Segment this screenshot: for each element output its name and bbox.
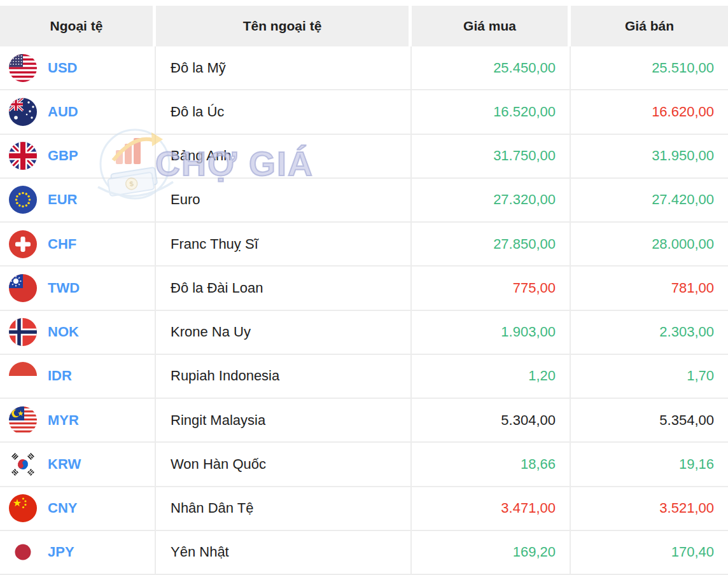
currency-code-link[interactable]: CNY: [48, 500, 77, 516]
sell-price-cell: 16.620,00: [571, 90, 728, 133]
buy-price: 31.750,00: [493, 148, 556, 164]
currency-name-cell: Yên Nhật: [156, 531, 412, 574]
table-row: NOK Krone Na Uy 1.903,00 2.303,00: [0, 311, 728, 355]
sell-price: 3.521,00: [659, 500, 714, 516]
currency-code-link[interactable]: KRW: [48, 456, 81, 473]
table-row: KRW Won Hàn Quốc 18,66 19,16: [0, 443, 728, 487]
currency-name: Rupiah Indonesia: [171, 368, 279, 384]
currency-name-cell: Won Hàn Quốc: [156, 443, 412, 485]
sell-price: 1,70: [687, 368, 714, 384]
table-row: GBP Bảng Anh 31.750,00 31.950,00: [0, 135, 728, 179]
buy-price-cell: 1.903,00: [412, 311, 571, 354]
buy-price: 775,00: [513, 280, 556, 296]
currency-code-link[interactable]: NOK: [48, 324, 79, 340]
currency-name-cell: Krone Na Uy: [156, 311, 412, 354]
currency-name: Won Hàn Quốc: [171, 456, 266, 473]
currency-cell: EUR: [0, 179, 156, 221]
buy-price: 18,66: [521, 456, 556, 473]
top-spacer: [0, 0, 728, 6]
currency-code-link[interactable]: EUR: [48, 191, 77, 208]
currency-cell: IDR: [0, 355, 156, 398]
currency-name: Bảng Anh: [171, 148, 231, 164]
jpy-flag-icon: [9, 538, 37, 566]
currency-name-cell: Ringit Malaysia: [156, 399, 412, 441]
currency-name-cell: Franc Thuỵ Sĩ: [156, 223, 412, 265]
currency-name-cell: Bảng Anh: [156, 135, 412, 177]
sell-price: 31.950,00: [652, 148, 714, 164]
currency-code-link[interactable]: TWD: [48, 280, 80, 296]
currency-code-link[interactable]: CHF: [48, 236, 76, 253]
table-row: AUD Đô la Úc 16.520,00 16.620,00: [0, 90, 728, 134]
cny-flag-icon: [9, 494, 37, 522]
currency-cell: JPY: [0, 531, 156, 574]
buy-price-cell: 27.850,00: [412, 223, 571, 265]
currency-cell: TWD: [0, 267, 156, 309]
currency-code-link[interactable]: JPY: [48, 544, 74, 560]
buy-price-cell: 27.320,00: [412, 179, 571, 221]
buy-price: 1,20: [528, 368, 556, 384]
gbp-flag-icon: [9, 142, 37, 170]
exchange-rate-page: Ngoại tệ Tên ngoại tệ Giá mua Giá bán US…: [0, 0, 728, 575]
buy-price-cell: 31.750,00: [412, 135, 571, 177]
currency-name: Yên Nhật: [171, 544, 229, 560]
sell-price-cell: 31.950,00: [571, 135, 728, 177]
idr-flag-icon: [9, 362, 37, 390]
currency-cell: MYR: [0, 399, 156, 441]
sell-price-cell: 170,40: [571, 531, 728, 574]
currency-name: Đô la Đài Loan: [171, 280, 263, 296]
currency-code-link[interactable]: MYR: [48, 412, 79, 429]
table-row: CHF Franc Thuỵ Sĩ 27.850,00 28.000,00: [0, 223, 728, 267]
sell-price: 25.510,00: [652, 60, 714, 76]
currency-name: Đô la Mỹ: [171, 60, 226, 76]
currency-name: Euro: [171, 191, 200, 208]
buy-price: 1.903,00: [501, 324, 556, 340]
currency-code-link[interactable]: AUD: [48, 104, 78, 120]
sell-price-cell: 1,70: [571, 355, 728, 398]
sell-price-cell: 19,16: [571, 443, 728, 485]
usd-flag-icon: [9, 54, 37, 82]
buy-price-cell: 775,00: [412, 267, 571, 309]
buy-price: 169,20: [513, 544, 556, 560]
currency-code-link[interactable]: USD: [48, 60, 77, 76]
buy-price-cell: 18,66: [412, 443, 571, 485]
sell-price: 19,16: [679, 456, 714, 473]
buy-price-cell: 1,20: [412, 355, 571, 398]
sell-price: 170,40: [671, 544, 714, 560]
header-currency-name: Tên ngoại tệ: [156, 6, 412, 46]
buy-price: 25.450,00: [493, 60, 556, 76]
currency-cell: CNY: [0, 487, 156, 530]
currency-name-cell: Rupiah Indonesia: [156, 355, 412, 398]
sell-price: 5.354,00: [659, 412, 714, 429]
sell-price-cell: 2.303,00: [571, 311, 728, 354]
currency-cell: AUD: [0, 90, 156, 133]
table-row: USD Đô la Mỹ 25.450,00 25.510,00: [0, 46, 728, 90]
table-row: TWD Đô la Đài Loan 775,00 781,00: [0, 267, 728, 310]
header-sell-price: Giá bán: [571, 6, 728, 46]
header-buy-price: Giá mua: [412, 6, 571, 46]
sell-price-cell: 5.354,00: [571, 399, 728, 441]
currency-cell: GBP: [0, 135, 156, 177]
chf-flag-icon: [9, 230, 37, 258]
table-row: EUR Euro 27.320,00 27.420,00: [0, 179, 728, 223]
currency-code-link[interactable]: GBP: [48, 148, 78, 164]
buy-price-cell: 169,20: [412, 531, 571, 574]
currency-name-cell: Euro: [156, 179, 412, 221]
buy-price: 3.471,00: [501, 500, 556, 516]
table-row: CNY Nhân Dân Tệ 3.471,00 3.521,00: [0, 487, 728, 531]
rates-table-body: USD Đô la Mỹ 25.450,00 25.510,00 AUD Đô …: [0, 46, 728, 575]
sell-price-cell: 25.510,00: [571, 46, 728, 89]
sell-price: 27.420,00: [652, 191, 714, 208]
currency-cell: USD: [0, 46, 156, 89]
currency-name: Nhân Dân Tệ: [171, 500, 253, 516]
sell-price: 2.303,00: [659, 324, 714, 340]
buy-price: 16.520,00: [493, 104, 556, 120]
currency-cell: KRW: [0, 443, 156, 485]
currency-code-link[interactable]: IDR: [48, 368, 72, 384]
sell-price-cell: 28.000,00: [571, 223, 728, 265]
table-row: MYR Ringit Malaysia 5.304,00 5.354,00: [0, 399, 728, 443]
currency-name: Krone Na Uy: [171, 324, 251, 340]
currency-cell: CHF: [0, 223, 156, 265]
currency-name: Franc Thuỵ Sĩ: [171, 236, 258, 253]
sell-price-cell: 781,00: [571, 267, 728, 309]
twd-flag-icon: [9, 274, 37, 302]
